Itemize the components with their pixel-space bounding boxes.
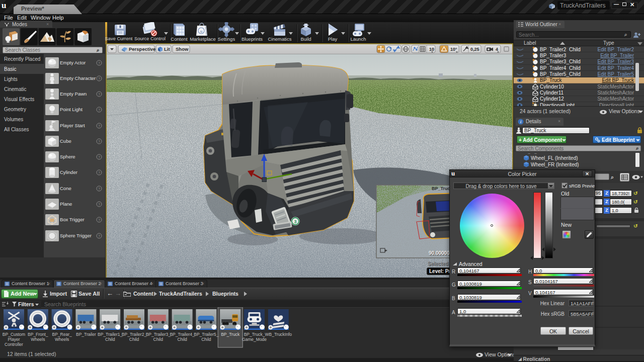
svg-text:?: ? bbox=[98, 171, 100, 174]
svg-text:10°: 10° bbox=[450, 47, 457, 52]
svg-text:?: ? bbox=[98, 124, 100, 128]
svg-text:Perspective: Perspective bbox=[129, 46, 155, 52]
svg-text:3: 3 bbox=[294, 219, 296, 224]
svg-text:?: ? bbox=[98, 77, 100, 80]
svg-text:0,25: 0,25 bbox=[470, 47, 479, 52]
svg-text:?: ? bbox=[98, 203, 100, 206]
svg-text:Lit: Lit bbox=[164, 46, 170, 52]
svg-text:?: ? bbox=[98, 61, 100, 65]
svg-text:Show: Show bbox=[176, 46, 189, 52]
svg-text:?: ? bbox=[98, 187, 100, 191]
svg-text:u: u bbox=[200, 29, 203, 34]
svg-text:?: ? bbox=[98, 93, 100, 96]
svg-text:?: ? bbox=[98, 218, 100, 222]
svg-text:?: ? bbox=[98, 140, 100, 143]
svg-text:10: 10 bbox=[429, 47, 434, 52]
svg-text:4: 4 bbox=[496, 47, 498, 52]
svg-text:?: ? bbox=[98, 155, 100, 159]
svg-text:?: ? bbox=[98, 108, 100, 112]
svg-text:?: ? bbox=[98, 234, 100, 238]
